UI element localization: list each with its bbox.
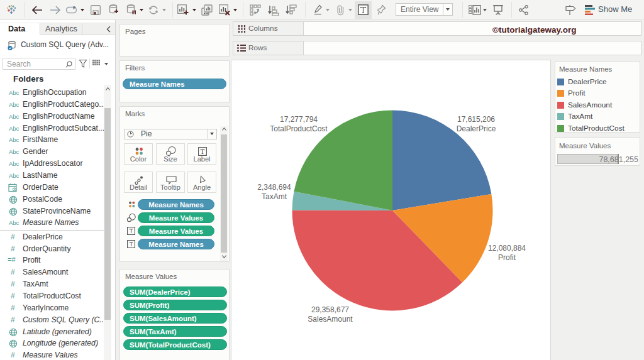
svg-text:SalesAmount: SalesAmount: [308, 315, 353, 324]
svg-text:2,348,694: 2,348,694: [257, 183, 291, 192]
svg-text:Profit: Profit: [498, 253, 516, 262]
svg-text:DealerPrice: DealerPrice: [457, 124, 496, 133]
svg-text:17,615,206: 17,615,206: [457, 115, 495, 124]
svg-text:29,358,677: 29,358,677: [311, 305, 349, 314]
svg-text:12,080,884: 12,080,884: [488, 244, 526, 253]
svg-text:TaxAmt: TaxAmt: [262, 192, 287, 201]
svg-text:17,277,794: 17,277,794: [280, 115, 318, 124]
svg-text:TotalProductCost: TotalProductCost: [270, 124, 328, 133]
